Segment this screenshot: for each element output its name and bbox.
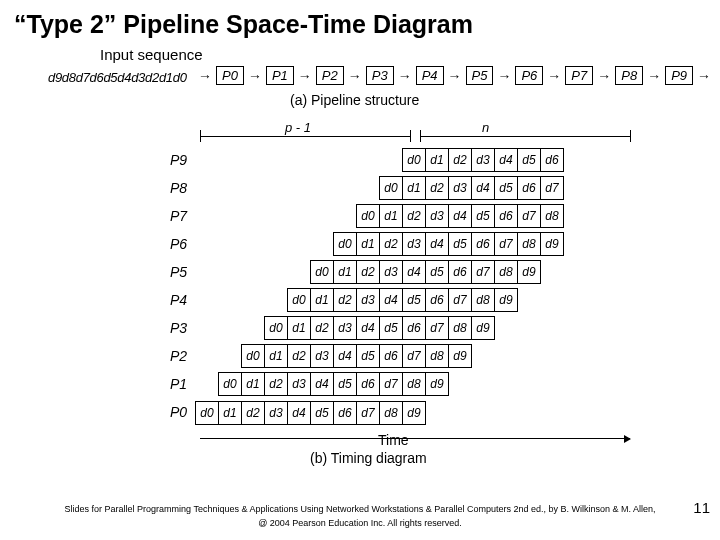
- timing-cell: d9: [425, 372, 449, 396]
- timing-cell: d4: [287, 401, 311, 425]
- timing-cell: d4: [310, 372, 334, 396]
- timing-cell: d3: [471, 148, 495, 172]
- timing-cell: d9: [448, 344, 472, 368]
- timing-cell: d2: [402, 204, 426, 228]
- timing-cell: d6: [494, 204, 518, 228]
- timing-cell: d6: [471, 232, 495, 256]
- input-sequence-items: d9d8d7d6d5d4d3d2d1d0: [48, 70, 187, 85]
- timing-cell: d2: [310, 316, 334, 340]
- row-label: P5: [160, 264, 195, 280]
- row-label: P2: [160, 348, 195, 364]
- page-title: “Type 2” Pipeline Space-Time Diagram: [0, 0, 720, 41]
- timing-cell: d2: [241, 401, 265, 425]
- timing-cell: d3: [264, 401, 288, 425]
- arrow-right-icon: →: [497, 68, 511, 84]
- timing-cell: d5: [356, 344, 380, 368]
- timing-cell: d5: [425, 260, 449, 284]
- timing-cell: d8: [425, 344, 449, 368]
- timing-cell: d6: [333, 401, 357, 425]
- input-sequence-label: Input sequence: [100, 46, 203, 63]
- timing-cell: d8: [517, 232, 541, 256]
- pipeline-stage: P9: [665, 66, 693, 85]
- row-label: P4: [160, 292, 195, 308]
- timing-row: P8d0d1d2d3d4d5d6d7: [160, 174, 563, 202]
- arrow-right-icon: →: [398, 68, 412, 84]
- timing-cell: d5: [379, 316, 403, 340]
- timing-cell: d9: [517, 260, 541, 284]
- timing-cell: d6: [402, 316, 426, 340]
- timing-cell: d9: [471, 316, 495, 340]
- timing-cell: d7: [540, 176, 564, 200]
- timing-row: P3d0d1d2d3d4d5d6d7d8d9: [160, 314, 563, 342]
- timing-cell: d8: [471, 288, 495, 312]
- timing-cell: d7: [402, 344, 426, 368]
- brace-right-label: n: [482, 120, 489, 135]
- timing-cell: d8: [540, 204, 564, 228]
- timing-cell: d3: [402, 232, 426, 256]
- timing-row: P2d0d1d2d3d4d5d6d7d8d9: [160, 342, 563, 370]
- timing-cell: d8: [494, 260, 518, 284]
- page-number: 11: [693, 499, 710, 516]
- pipeline-stage: P3: [366, 66, 394, 85]
- timing-cell: d0: [356, 204, 380, 228]
- timing-cell: d1: [310, 288, 334, 312]
- timing-cell: d9: [494, 288, 518, 312]
- brace-left-label: p - 1: [285, 120, 311, 135]
- caption-a: (a) Pipeline structure: [290, 92, 419, 108]
- timing-cell: d9: [402, 401, 426, 425]
- timing-cell: d7: [356, 401, 380, 425]
- timing-cell: d3: [310, 344, 334, 368]
- timing-cell: d1: [425, 148, 449, 172]
- arrow-right-icon: →: [298, 68, 312, 84]
- timing-cell: d5: [310, 401, 334, 425]
- pipeline-stage: P7: [565, 66, 593, 85]
- row-label: P1: [160, 376, 195, 392]
- row-label: P7: [160, 208, 195, 224]
- pipeline-row: →P0→P1→P2→P3→P4→P5→P6→P7→P8→P9→: [198, 66, 711, 85]
- row-label: P9: [160, 152, 195, 168]
- timing-row: P4d0d1d2d3d4d5d6d7d8d9: [160, 286, 563, 314]
- timing-cell: d3: [333, 316, 357, 340]
- timing-row: P9d0d1d2d3d4d5d6: [160, 146, 563, 174]
- timing-cell: d0: [264, 316, 288, 340]
- timing-grid: P9d0d1d2d3d4d5d6P8d0d1d2d3d4d5d6d7P7d0d1…: [160, 146, 563, 426]
- pipeline-stage: P5: [466, 66, 494, 85]
- arrow-right-icon: →: [198, 68, 212, 84]
- pipeline-stage: P1: [266, 66, 294, 85]
- timing-cell: d6: [425, 288, 449, 312]
- timing-cell: d0: [333, 232, 357, 256]
- arrow-right-icon: →: [248, 68, 262, 84]
- timing-cell: d1: [333, 260, 357, 284]
- timing-row: P1d0d1d2d3d4d5d6d7d8d9: [160, 370, 563, 398]
- timing-cell: d2: [264, 372, 288, 396]
- timing-cell: d4: [448, 204, 472, 228]
- row-label: P0: [160, 404, 195, 420]
- timing-cell: d3: [356, 288, 380, 312]
- figure-area: Input sequence d9d8d7d6d5d4d3d2d1d0 →P0→…: [40, 46, 680, 476]
- pipeline-stage: P6: [515, 66, 543, 85]
- timing-cell: d1: [402, 176, 426, 200]
- timing-cell: d8: [448, 316, 472, 340]
- time-axis-label: Time: [378, 432, 409, 448]
- pipeline-stage: P2: [316, 66, 344, 85]
- pipeline-stage: P8: [615, 66, 643, 85]
- timing-row: P5d0d1d2d3d4d5d6d7d8d9: [160, 258, 563, 286]
- timing-cell: d4: [402, 260, 426, 284]
- arrow-right-icon: →: [597, 68, 611, 84]
- timing-row: P0d0d1d2d3d4d5d6d7d8d9: [160, 398, 563, 426]
- timing-cell: d5: [517, 148, 541, 172]
- timing-cell: d7: [517, 204, 541, 228]
- timing-cell: d1: [379, 204, 403, 228]
- timing-cell: d4: [471, 176, 495, 200]
- time-axis-arrow: [200, 438, 630, 439]
- arrow-right-icon: →: [348, 68, 362, 84]
- pipeline-stage: P0: [216, 66, 244, 85]
- footer-line-2: @ 2004 Pearson Education Inc. All rights…: [0, 517, 720, 531]
- timing-cell: d0: [287, 288, 311, 312]
- timing-cell: d6: [540, 148, 564, 172]
- timing-cell: d4: [333, 344, 357, 368]
- brace-left-line: [200, 136, 410, 144]
- timing-cell: d4: [425, 232, 449, 256]
- timing-cell: d3: [287, 372, 311, 396]
- timing-row: P7d0d1d2d3d4d5d6d7d8: [160, 202, 563, 230]
